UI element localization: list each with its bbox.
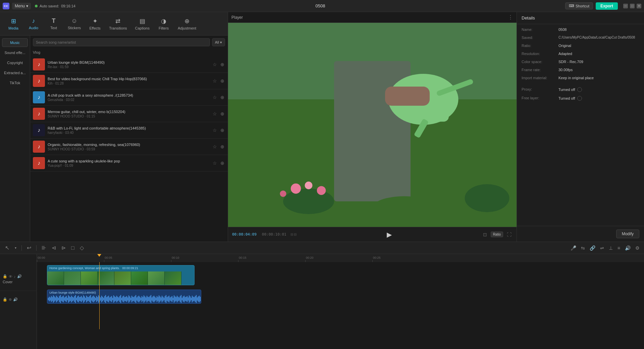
sidebar-item-music[interactable]: Music xyxy=(2,38,28,47)
wave-bar xyxy=(156,298,156,300)
freelayer-toggle-circle[interactable] xyxy=(577,96,582,101)
track-lock-btn[interactable]: 🔒 xyxy=(3,274,7,279)
cursor-tool[interactable]: ↖ xyxy=(3,243,11,252)
video-clip[interactable]: Home gardening concept, Woman and spring… xyxy=(47,265,195,285)
shortcut-button[interactable]: ⌨ Shortcut xyxy=(565,2,593,9)
wave-bar xyxy=(118,297,119,301)
track-label-video: 🔒 👁 ♪ 🔊 Cover xyxy=(0,267,37,291)
fit-button[interactable]: ⊡ xyxy=(482,231,488,238)
play-button[interactable]: ▶ xyxy=(387,231,392,239)
detail-row-framerate: Frame rate: 30.00fps xyxy=(522,68,639,72)
download-button[interactable]: ⊕ xyxy=(220,143,225,150)
music-item[interactable]: ♪ Merrow guitar, chill out, winter, emo … xyxy=(30,106,228,122)
favorite-button[interactable]: ☆ xyxy=(212,61,218,68)
search-input[interactable] xyxy=(33,38,210,46)
audio-clip[interactable]: Urban lounge style BGM(1148490) xyxy=(47,290,201,304)
wave-bar xyxy=(158,297,158,301)
music-title: Best for video background music Chill Tr… xyxy=(48,77,212,81)
wave-bar xyxy=(149,297,149,301)
playhead-marker xyxy=(97,254,101,257)
favorite-button[interactable]: ☆ xyxy=(212,160,218,166)
wave-bar xyxy=(92,296,93,302)
track-hide-btn[interactable]: 👁 xyxy=(9,274,12,279)
toolbar-transitions[interactable]: ⇄ Transitions xyxy=(105,15,131,32)
audio-lock-btn[interactable]: 🔒 xyxy=(3,297,7,302)
music-title: Urban lounge style BGM(1148490) xyxy=(48,60,212,64)
unlink-button[interactable]: ⇌ xyxy=(599,244,605,252)
cursor-dropdown[interactable]: ▾ xyxy=(13,245,18,251)
audio-connect-button[interactable]: ⇆ xyxy=(580,244,586,252)
delete-tool[interactable]: □ xyxy=(69,244,76,252)
sidebar-item-sound-effects[interactable]: Sound effe... xyxy=(2,48,28,57)
wave-bar xyxy=(56,296,57,302)
toolbar-effects[interactable]: ✦ Effects xyxy=(85,15,105,32)
trim-end-tool[interactable]: ⊳ xyxy=(60,243,67,252)
music-actions: ☆ ⊕ xyxy=(212,61,225,68)
wave-bar xyxy=(83,295,84,303)
track-vol-btn[interactable]: 🔊 xyxy=(17,274,22,279)
menu-button[interactable]: Menu ▾ xyxy=(12,3,31,9)
split-button2[interactable]: ⊥ xyxy=(608,244,614,252)
toolbar-audio[interactable]: ♪ Audio xyxy=(23,15,44,32)
settings-button[interactable]: ⚙ xyxy=(634,244,641,252)
download-button[interactable]: ⊕ xyxy=(220,127,225,134)
favorite-button[interactable]: ☆ xyxy=(212,143,218,150)
modify-button[interactable]: Modify xyxy=(616,230,639,238)
ratio-button[interactable]: Ratio xyxy=(491,232,503,237)
link-button[interactable]: 🔗 xyxy=(589,244,596,252)
minimize-button[interactable]: ─ xyxy=(623,4,628,8)
music-item[interactable]: ♪ A cute song with a sparkling ukulele-l… xyxy=(30,155,228,171)
player-menu-button[interactable]: ⋮ xyxy=(508,14,513,20)
align-button[interactable]: ≡ xyxy=(616,244,621,252)
undo-button[interactable]: ↩ xyxy=(25,243,33,252)
timeline-content[interactable]: 00:00 00:05 00:10 00:15 xyxy=(37,254,644,349)
favorite-button[interactable]: ☆ xyxy=(212,127,218,134)
maximize-button[interactable]: □ xyxy=(630,4,635,8)
captions-icon: ▤ xyxy=(140,17,145,25)
marker-tool[interactable]: ◇ xyxy=(78,243,86,252)
all-filter-button[interactable]: All ▾ xyxy=(212,38,225,46)
toolbar-stickers[interactable]: ☺ Stickers xyxy=(64,15,85,32)
svg-point-10 xyxy=(291,184,301,194)
favorite-button[interactable]: ☆ xyxy=(212,78,218,84)
wave-bar xyxy=(120,295,121,303)
favorite-button[interactable]: ☆ xyxy=(212,94,218,101)
clip-thumbnails xyxy=(47,271,194,285)
sidebar-item-copyright[interactable]: Copyright xyxy=(2,58,28,67)
wave-bar xyxy=(189,295,190,303)
toolbar-captions[interactable]: ▤ Captions xyxy=(131,15,154,32)
microphone-button[interactable]: 🎤 xyxy=(570,244,577,252)
fullscreen-button[interactable]: ⛶ xyxy=(506,231,513,238)
proxy-toggle-circle[interactable] xyxy=(577,87,582,92)
music-item[interactable]: ♪ R&B with Lo-Fi, light and comfortable … xyxy=(30,122,228,139)
music-item[interactable]: ♪ Best for video background music Chill … xyxy=(30,73,228,89)
download-button[interactable]: ⊕ xyxy=(220,160,225,166)
toolbar-filters[interactable]: ◑ Filters xyxy=(154,15,174,32)
audio-hide-btn[interactable]: ⊕ xyxy=(9,297,12,302)
music-item[interactable]: ♪ Organic, fashionable, morning, refresh… xyxy=(30,139,228,155)
favorite-button[interactable]: ☆ xyxy=(212,110,218,117)
wave-bar xyxy=(162,296,162,302)
project-title: 0508 xyxy=(75,3,565,8)
music-item[interactable]: ♪ A chill pop truck with a sexy atmosphe… xyxy=(30,89,228,106)
download-button[interactable]: ⊕ xyxy=(220,110,225,117)
export-button[interactable]: Export xyxy=(596,2,618,10)
download-button[interactable]: ⊕ xyxy=(220,94,225,101)
toolbar-text[interactable]: T Text xyxy=(44,15,64,32)
volume-button[interactable]: 🔊 xyxy=(624,244,632,252)
audio-vol-btn[interactable]: 🔊 xyxy=(13,297,18,302)
track-audio-btn[interactable]: ♪ xyxy=(14,274,16,279)
effects-icon: ✦ xyxy=(93,17,98,25)
split-tool[interactable]: ⊪ xyxy=(40,243,48,252)
sidebar-item-tiktok[interactable]: TikTok xyxy=(2,79,28,87)
trim-start-tool[interactable]: ⊲ xyxy=(50,243,58,252)
download-button[interactable]: ⊕ xyxy=(220,78,225,84)
toolbar-media[interactable]: ⊞ Media xyxy=(3,15,23,32)
wave-bar xyxy=(71,296,72,302)
wave-bar xyxy=(48,298,49,300)
download-button[interactable]: ⊕ xyxy=(220,61,225,68)
toolbar-adjustment[interactable]: ⊕ Adjustment xyxy=(174,15,200,32)
close-button[interactable]: ✕ xyxy=(637,4,641,8)
music-item[interactable]: ♪ Urban lounge style BGM(1148490) Re-lax… xyxy=(30,56,228,73)
sidebar-item-extracted[interactable]: Extracted a... xyxy=(2,68,28,77)
